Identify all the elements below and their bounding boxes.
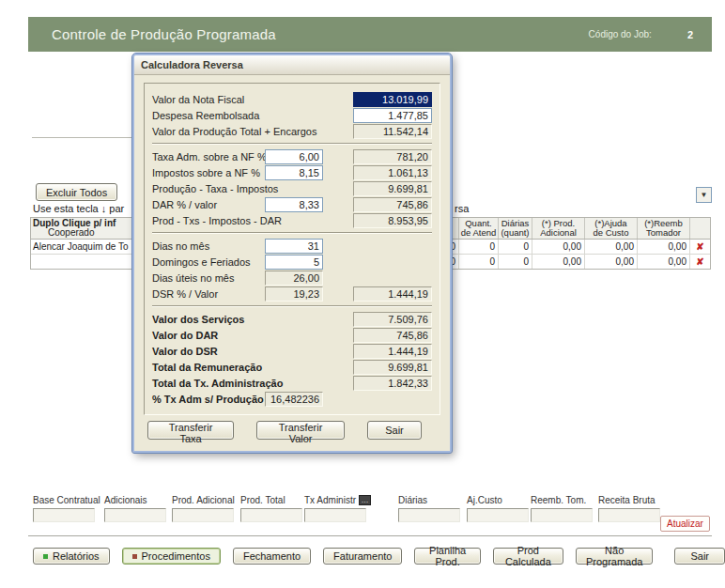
- prod-txs-impostos-dar-display: 8.953,95: [353, 213, 432, 228]
- column-header-line: Adicional: [532, 228, 584, 238]
- button-label: Sair: [690, 550, 709, 562]
- table-cell: 0,00: [584, 255, 637, 269]
- ellipsis-button[interactable]: …: [359, 495, 371, 505]
- column-header-delete: [689, 218, 710, 239]
- field-label: Impostos sobre a NF %: [152, 167, 265, 178]
- summary-field-adicionais: Adicionais: [104, 495, 166, 522]
- dialog-field-row: Taxa Adm. sobre a NF % 6,00 781,20: [152, 148, 432, 164]
- column-header-diarias: Diárias (quant): [498, 218, 532, 239]
- job-info: Código do Job: 2: [589, 29, 693, 40]
- job-value: 2: [687, 29, 693, 40]
- column-header-line: de Atend: [459, 228, 498, 238]
- excluir-todos-button[interactable]: Excluir Todos: [36, 183, 117, 201]
- calculadora-reversa-dialog: Calculadora Reversa Valor da Nota Fiscal…: [132, 54, 452, 453]
- table-cell: 0,00: [637, 240, 689, 254]
- field-label: Prod - Txs - Impostos - DAR: [152, 215, 265, 226]
- summary-value-box: [304, 508, 366, 522]
- table-cell: 0: [458, 255, 498, 269]
- dialog-titlebar[interactable]: Calculadora Reversa: [134, 55, 450, 75]
- dsr-valor-display: 1.444,19: [353, 286, 432, 302]
- dar-percent-input[interactable]: 8,33: [265, 197, 323, 212]
- field-label: Valor do DSR: [152, 346, 265, 357]
- transferir-valor-button[interactable]: Transferir Valor: [256, 421, 345, 440]
- field-label: Base Contratual: [33, 495, 100, 505]
- tx-adm-producao-display: 16,482236: [265, 392, 323, 407]
- summary-value-box: [240, 508, 302, 522]
- delete-row-button[interactable]: ✘: [689, 240, 710, 254]
- field-label: Prod. Adicional: [172, 495, 235, 505]
- dialog-field-row: DAR % / valor 8,33 745,86: [152, 196, 432, 212]
- bullet-icon: [43, 554, 48, 559]
- dialog-field-row: Domingos e Feriados 5: [152, 254, 432, 270]
- hint-text-left: Use esta tecla ↓ par: [33, 203, 124, 214]
- faturamento-button[interactable]: Faturamento: [323, 548, 402, 565]
- fechamento-button[interactable]: Fechamento: [233, 548, 311, 565]
- dialog-field-row: Total da Tx. Administração 1.842,33: [152, 375, 432, 391]
- field-label: Valor dos Serviços: [152, 314, 265, 325]
- field-label: Tx Administr: [304, 495, 356, 505]
- transferir-taxa-button[interactable]: Transferir Taxa: [147, 421, 234, 440]
- field-label: Valor da Nota Fiscal: [152, 94, 265, 105]
- nao-programada-button[interactable]: Não Programada: [576, 548, 654, 565]
- button-label: Prod Calculada: [503, 545, 553, 567]
- total-tx-administracao-display: 1.842,33: [353, 376, 432, 391]
- delete-icon: ✘: [696, 242, 703, 252]
- summary-field-base-contratual: Base Contratual: [33, 495, 100, 522]
- impostos-nf-valor-display: 1.061,13: [353, 165, 432, 180]
- field-label: Total da Tx. Administração: [152, 378, 265, 389]
- field-label: Prod. Total: [240, 495, 285, 505]
- dialog-group-taxas: Taxa Adm. sobre a NF % 6,00 781,20 Impos…: [152, 147, 432, 230]
- relatorios-button[interactable]: Relatórios: [33, 548, 110, 565]
- summary-field-diarias: Diárias: [398, 495, 460, 522]
- dialog-title: Calculadora Reversa: [141, 59, 243, 70]
- dias-uteis-display: 26,00: [265, 271, 323, 286]
- button-label: Relatórios: [53, 550, 100, 562]
- summary-value-box: [33, 508, 95, 522]
- table-cell: 0,00: [637, 255, 689, 269]
- atualizar-button[interactable]: Atualizar: [660, 516, 710, 532]
- dropdown-combo[interactable]: ▼: [696, 187, 712, 203]
- hint-text-right: rsa: [455, 203, 469, 214]
- producao-taxa-impostos-display: 9.699,81: [353, 181, 432, 196]
- taxa-adm-percent-input[interactable]: 6,00: [265, 149, 323, 164]
- field-label: Diárias: [398, 495, 427, 505]
- table-cell: 0: [498, 240, 532, 254]
- dialog-button-bar: Transferir Taxa Transferir Valor Sair: [147, 421, 437, 440]
- delete-row-button[interactable]: ✘: [689, 255, 710, 269]
- valor-servicos-display: 7.509,76: [353, 312, 432, 327]
- despesa-reembolsada-input[interactable]: 1.477,85: [353, 108, 432, 123]
- planilha-prod-button[interactable]: Planilha Prod.: [414, 548, 480, 565]
- valor-nota-fiscal-input[interactable]: 13.019,99: [353, 92, 432, 107]
- column-header-ajuda-custo: (*)Ajuda de Custo: [584, 218, 637, 239]
- column-header-line: (quant): [499, 228, 532, 238]
- table-cell: 0: [458, 240, 498, 254]
- dialog-field-row: % Tx Adm s/ Produção 16,482236: [152, 391, 432, 407]
- impostos-nf-percent-input[interactable]: 8,15: [265, 165, 323, 180]
- field-label: Adicionais: [104, 495, 147, 505]
- valor-dar-display: 745,86: [353, 328, 432, 343]
- footer-button-bar: Relatórios Procedimentos Fechamento Fatu…: [33, 548, 725, 565]
- chevron-down-icon: ▼: [701, 192, 708, 199]
- dialog-sair-button[interactable]: Sair: [367, 421, 422, 440]
- taxa-adm-valor-display: 781,20: [353, 149, 432, 164]
- summary-value-box: [598, 508, 660, 522]
- column-header-quant-atend: Quant. de Atend: [458, 218, 498, 239]
- summary-field-prod-adicional: Prod. Adicional: [172, 495, 235, 522]
- dialog-body: Valor da Nota Fiscal 13.019,99 Despesa R…: [134, 83, 450, 440]
- job-label: Código do Job:: [589, 29, 652, 39]
- dialog-field-row: Despesa Reembolsada 1.477,85: [152, 107, 432, 123]
- procedimentos-button[interactable]: Procedimentos: [122, 548, 221, 565]
- domingos-feriados-input[interactable]: 5: [265, 255, 323, 270]
- summary-field-receita-bruta: Receita Bruta: [598, 495, 660, 522]
- dias-no-mes-input[interactable]: 31: [265, 239, 323, 254]
- dialog-field-row: Valor da Nota Fiscal 13.019,99: [152, 91, 432, 107]
- button-label: Fechamento: [243, 550, 301, 562]
- summary-field-tx-administr: Tx Administr …: [304, 495, 371, 522]
- prod-calculada-button[interactable]: Prod Calculada: [493, 548, 563, 565]
- field-label: Dias úteis no mês: [152, 272, 265, 284]
- field-label: Valor da Produção Total + Encargos: [152, 126, 265, 137]
- sair-button[interactable]: Sair: [674, 548, 725, 565]
- field-label: Domingos e Feriados: [152, 256, 265, 268]
- summary-field-reemb-tom: Reemb. Tom.: [531, 495, 593, 522]
- bullet-icon: [132, 554, 137, 559]
